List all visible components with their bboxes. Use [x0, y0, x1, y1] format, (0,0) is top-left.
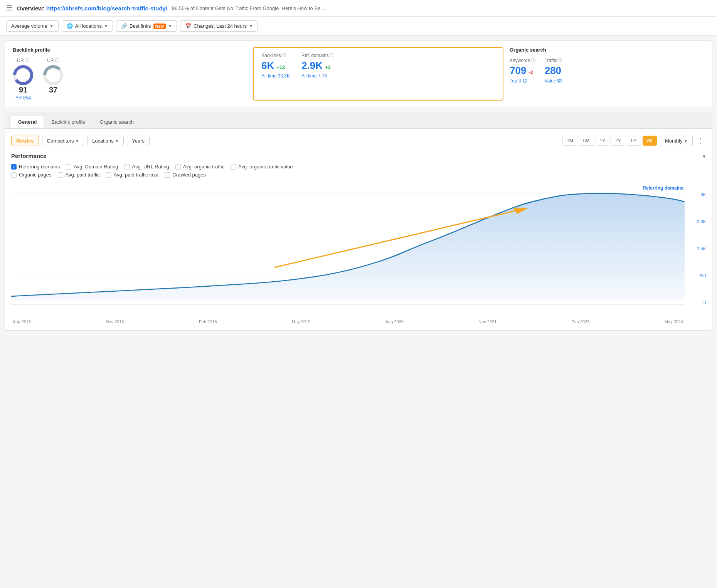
chart-area: Referring domains 3K 2.3K 1.5K 750 0: [11, 185, 706, 324]
info-icon[interactable]: ⓘ: [55, 57, 59, 63]
page-title: Overview: https://ahrefs.com/blog/search…: [17, 5, 167, 12]
x-label-nov2021: Nov 2021: [478, 319, 497, 324]
new-badge: New: [153, 24, 166, 29]
y-label-0: 0: [704, 300, 706, 305]
competitors-button[interactable]: Competitors ▼: [42, 136, 84, 146]
menu-icon[interactable]: ☰: [6, 4, 12, 12]
info-icon[interactable]: ⓘ: [25, 57, 29, 63]
y-label-750: 750: [699, 273, 706, 278]
stats-section: Backlink profile DR ⓘ 91 AR 854: [5, 40, 712, 107]
url-link[interactable]: https://ahrefs.com/blog/search-traffic-s…: [46, 5, 167, 12]
tab-organic-search[interactable]: Organic search: [93, 116, 141, 128]
chevron-down-icon: ▼: [50, 24, 54, 28]
x-label-aug2020: Aug 2020: [385, 319, 404, 324]
time-5y[interactable]: 5Y: [627, 136, 641, 146]
changes-button[interactable]: 📅 Changes: Last 24 hours ▼: [180, 20, 258, 32]
chart-controls: Metrics Competitors ▼ Locations ▼ Years …: [11, 135, 706, 146]
chevron-down-icon: ▼: [75, 139, 79, 143]
check-avg-domain-rating[interactable]: Avg. Domain Rating: [66, 164, 118, 170]
chevron-down-icon: ▼: [684, 139, 688, 143]
more-options-icon[interactable]: ⋮: [696, 135, 706, 146]
chevron-down-icon: ▼: [115, 139, 119, 143]
info-icon[interactable]: ⓘ: [330, 52, 334, 58]
ur-metric: UR ⓘ 37: [43, 57, 64, 94]
link-icon: 🔗: [121, 23, 127, 29]
years-button[interactable]: Years: [127, 136, 150, 146]
backlinks-metric: Backlinks ⓘ 6K +12 All time 33.3K: [261, 52, 290, 79]
tab-general[interactable]: General: [11, 116, 44, 128]
page-subtitle: 96.55% of Content Gets No Traffic From G…: [172, 5, 711, 11]
ref-domains-metric: Ref. domains ⓘ 2.9K +3 All time 7.7K: [301, 52, 334, 79]
check-crawled-pages[interactable]: Crawled pages: [165, 172, 206, 178]
time-1m[interactable]: 1M: [562, 136, 577, 146]
organic-search-title: Organic search: [510, 47, 704, 53]
tabs-nav: General Backlink profile Organic search: [5, 112, 712, 129]
x-label-aug2015: Aug 2015: [13, 319, 31, 324]
info-icon[interactable]: ⓘ: [558, 57, 562, 63]
performance-title: Performance: [11, 153, 47, 159]
backlink-profile-block: Backlink profile DR ⓘ 91 AR 854: [13, 47, 253, 101]
check-avg-organic-traffic-value[interactable]: Avg. organic traffic value: [231, 164, 293, 170]
time-range-buttons: 1M 6M 1Y 2Y 5Y All: [562, 136, 657, 146]
highlighted-block: Backlinks ⓘ 6K +12 All time 33.3K Ref. d…: [253, 47, 503, 101]
x-axis-labels: Aug 2015 Nov 2016 Feb 2018 May 2019 Aug …: [11, 319, 685, 324]
dr-metric: DR ⓘ 91 AR 854: [13, 57, 34, 101]
x-label-feb2023: Feb 2023: [572, 319, 589, 324]
x-label-may2024: May 2024: [665, 319, 683, 324]
avg-volume-button[interactable]: Average volume ▼: [6, 20, 59, 32]
time-6m[interactable]: 6M: [579, 136, 594, 146]
keywords-metric: Keywords ⓘ 709 -2 Top 3 12: [510, 57, 535, 84]
y-label-2.3k: 2.3K: [697, 219, 706, 224]
checkbox-icon: [11, 164, 17, 170]
time-1y[interactable]: 1Y: [596, 136, 610, 146]
performance-header: Performance ∧: [11, 153, 706, 159]
check-avg-organic-traffic[interactable]: Avg. organic traffic: [175, 164, 224, 170]
svg-point-1: [15, 67, 32, 84]
y-label-1.5k: 1.5K: [697, 246, 706, 251]
chart-svg: [11, 192, 685, 300]
check-avg-paid-traffic-cost[interactable]: Avg. paid traffic cost: [106, 172, 159, 178]
filter-bar: Average volume ▼ 🌐 All locations ▼ 🔗 Bes…: [0, 17, 717, 36]
best-links-button[interactable]: 🔗 Best links New ▼: [116, 20, 177, 32]
checkbox-icon: [165, 172, 170, 178]
check-organic-pages[interactable]: Organic pages: [11, 172, 52, 178]
tab-backlink-profile[interactable]: Backlink profile: [44, 116, 92, 128]
checkbox-icon: [125, 164, 130, 170]
backlink-profile-title: Backlink profile: [13, 47, 246, 53]
collapse-icon[interactable]: ∧: [702, 153, 706, 159]
calendar-icon: 📅: [185, 23, 191, 29]
check-referring-domains[interactable]: Referring domains: [11, 164, 60, 170]
y-axis-labels: 3K 2.3K 1.5K 750 0: [687, 192, 706, 305]
chart-section: Metrics Competitors ▼ Locations ▼ Years …: [5, 129, 712, 331]
chevron-down-icon: ▼: [104, 24, 108, 28]
locations-button[interactable]: Locations ▼: [87, 136, 124, 146]
globe-icon: 🌐: [67, 23, 73, 29]
organic-search-block: Organic search Keywords ⓘ 709 -2 Top 3 1…: [503, 47, 704, 101]
checkbox-icon: [66, 164, 71, 170]
checkbox-icon: [106, 172, 111, 178]
all-locations-button[interactable]: 🌐 All locations ▼: [62, 20, 113, 32]
monthly-button[interactable]: Monthly ▼: [660, 136, 693, 146]
checkbox-icon: [58, 172, 63, 178]
x-label-feb2018: Feb 2018: [199, 319, 217, 324]
traffic-metric: Traffic ⓘ 280 Value $9: [545, 57, 563, 84]
time-2y[interactable]: 2Y: [611, 136, 625, 146]
checkbox-icon: [11, 172, 17, 178]
top-bar: ☰ Overview: https://ahrefs.com/blog/sear…: [0, 0, 717, 17]
chevron-down-icon: ▼: [249, 24, 253, 28]
check-avg-paid-traffic[interactable]: Avg. paid traffic: [58, 172, 100, 178]
metrics-button[interactable]: Metrics: [11, 136, 39, 146]
check-avg-url-rating[interactable]: Avg. URL Rating: [125, 164, 169, 170]
x-label-may2019: May 2019: [292, 319, 310, 324]
chart-series-label: Referring domains: [643, 185, 683, 191]
chevron-down-icon: ▼: [168, 24, 172, 28]
checkbox-row-2: Organic pages Avg. paid traffic Avg. pai…: [11, 172, 706, 178]
checkbox-icon: [175, 164, 181, 170]
time-all[interactable]: All: [643, 136, 657, 146]
checkbox-row-1: Referring domains Avg. Domain Rating Avg…: [11, 164, 706, 170]
y-label-3k: 3K: [701, 192, 706, 197]
info-icon[interactable]: ⓘ: [531, 57, 535, 63]
info-icon[interactable]: ⓘ: [282, 52, 286, 58]
checkbox-icon: [231, 164, 236, 170]
x-label-nov2016: Nov 2016: [106, 319, 124, 324]
